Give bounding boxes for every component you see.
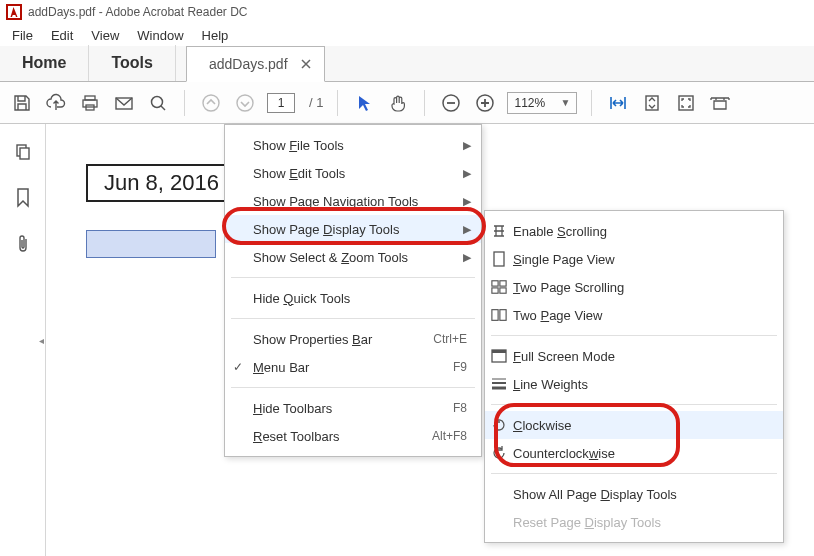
fullscreen-icon bbox=[491, 348, 507, 364]
toolbar-separator bbox=[184, 90, 185, 116]
menu-item[interactable]: Show Page Display Tools▶ bbox=[225, 215, 481, 243]
svg-rect-23 bbox=[492, 350, 506, 353]
menu-edit[interactable]: Edit bbox=[43, 26, 81, 45]
svg-rect-3 bbox=[83, 100, 97, 107]
menu-item[interactable]: ✓Menu BarF9 bbox=[225, 353, 481, 381]
submenu-item[interactable]: Two Page View bbox=[485, 301, 783, 329]
submenu-arrow-icon: ▶ bbox=[463, 251, 471, 264]
svg-rect-17 bbox=[500, 281, 506, 286]
tab-row: Home Tools addDays.pdf bbox=[0, 46, 814, 82]
page-total: / 1 bbox=[309, 95, 323, 110]
menu-file[interactable]: File bbox=[4, 26, 41, 45]
selection-tool-icon[interactable] bbox=[352, 91, 376, 115]
menu-item-label: Show Page Navigation Tools bbox=[253, 194, 467, 209]
page-number-input[interactable] bbox=[267, 93, 295, 113]
menu-item-label: Show File Tools bbox=[253, 138, 467, 153]
menu-window[interactable]: Window bbox=[129, 26, 191, 45]
fullscreen-toolbar-icon[interactable] bbox=[674, 91, 698, 115]
submenu-item-label: Two Page Scrolling bbox=[513, 280, 769, 295]
submenu-item[interactable]: Single Page View bbox=[485, 245, 783, 273]
menu-item-label: Show Select & Zoom Tools bbox=[253, 250, 467, 265]
submenu-arrow-icon: ▶ bbox=[463, 223, 471, 236]
tab-document-label: addDays.pdf bbox=[209, 56, 288, 72]
menu-item[interactable]: Show Properties BarCtrl+E bbox=[225, 325, 481, 353]
submenu-item[interactable]: Clockwise bbox=[485, 411, 783, 439]
submenu-item-label: Line Weights bbox=[513, 377, 769, 392]
menu-item[interactable]: Hide Quick Tools bbox=[225, 284, 481, 312]
search-icon[interactable] bbox=[146, 91, 170, 115]
menu-item[interactable]: Show Edit Tools▶ bbox=[225, 159, 481, 187]
document-date-field: Jun 8, 2016 bbox=[86, 164, 237, 202]
menu-item[interactable]: Show Page Navigation Tools▶ bbox=[225, 187, 481, 215]
chevron-down-icon: ▼ bbox=[561, 97, 571, 108]
zoom-select[interactable]: 112% ▼ bbox=[507, 92, 577, 114]
svg-rect-21 bbox=[500, 310, 506, 321]
submenu-item-label: Full Screen Mode bbox=[513, 349, 769, 364]
svg-rect-12 bbox=[679, 96, 693, 110]
submenu-item[interactable]: Line Weights bbox=[485, 370, 783, 398]
menu-separator bbox=[491, 473, 777, 474]
menu-help[interactable]: Help bbox=[194, 26, 237, 45]
read-mode-icon[interactable] bbox=[708, 91, 732, 115]
menu-separator bbox=[231, 318, 475, 319]
menu-item[interactable]: Show Select & Zoom Tools▶ bbox=[225, 243, 481, 271]
menu-item[interactable]: Reset ToolbarsAlt+F8 bbox=[225, 422, 481, 450]
print-icon[interactable] bbox=[78, 91, 102, 115]
menu-separator bbox=[491, 335, 777, 336]
menu-shortcut: Ctrl+E bbox=[403, 332, 467, 346]
submenu-item-label: Counterclockwise bbox=[513, 446, 769, 461]
menu-shortcut: F9 bbox=[423, 360, 467, 374]
zoom-out-icon[interactable] bbox=[439, 91, 463, 115]
submenu-arrow-icon: ▶ bbox=[463, 139, 471, 152]
thumbnails-icon[interactable] bbox=[11, 140, 35, 164]
menu-item[interactable]: Hide ToolbarsF8 bbox=[225, 394, 481, 422]
sidebar-collapse-icon[interactable]: ◂ bbox=[36, 320, 46, 360]
toolbar-context-menu: Show File Tools▶Show Edit Tools▶Show Pag… bbox=[224, 124, 482, 457]
zoom-in-icon[interactable] bbox=[473, 91, 497, 115]
menu-item-label: Reset Toolbars bbox=[253, 429, 392, 444]
tab-tools[interactable]: Tools bbox=[89, 45, 175, 81]
svg-rect-14 bbox=[20, 148, 29, 159]
menu-item-label: Show Properties Bar bbox=[253, 332, 393, 347]
tab-home[interactable]: Home bbox=[0, 45, 89, 81]
menu-item[interactable]: Show File Tools▶ bbox=[225, 131, 481, 159]
submenu-item[interactable]: Two Page Scrolling bbox=[485, 273, 783, 301]
tab-home-label: Home bbox=[22, 54, 66, 72]
bookmark-icon[interactable] bbox=[11, 186, 35, 210]
page-down-icon[interactable] bbox=[233, 91, 257, 115]
submenu-item[interactable]: Show All Page Display Tools bbox=[485, 480, 783, 508]
menu-item-label: Show Edit Tools bbox=[253, 166, 467, 181]
toolbar-separator bbox=[591, 90, 592, 116]
hand-tool-icon[interactable] bbox=[386, 91, 410, 115]
menu-item-label: Hide Quick Tools bbox=[253, 291, 467, 306]
fit-width-icon[interactable] bbox=[606, 91, 630, 115]
close-tab-icon[interactable] bbox=[298, 56, 314, 72]
rotate-cw-icon bbox=[491, 417, 507, 433]
menu-view[interactable]: View bbox=[83, 26, 127, 45]
svg-rect-20 bbox=[492, 310, 498, 321]
tab-document[interactable]: addDays.pdf bbox=[186, 46, 325, 82]
sidebar: ◂ bbox=[0, 124, 46, 556]
submenu-item[interactable]: Enable Scrolling bbox=[485, 217, 783, 245]
fit-page-icon[interactable] bbox=[640, 91, 664, 115]
menu-item-label: Menu Bar bbox=[253, 360, 413, 375]
submenu-arrow-icon: ▶ bbox=[463, 167, 471, 180]
page-up-icon[interactable] bbox=[199, 91, 223, 115]
submenu-item[interactable]: Full Screen Mode bbox=[485, 342, 783, 370]
scroll-icon bbox=[491, 223, 507, 239]
submenu-item-label: Reset Page Display Tools bbox=[513, 515, 769, 530]
window-title: addDays.pdf - Adobe Acrobat Reader DC bbox=[28, 5, 247, 19]
mail-icon[interactable] bbox=[112, 91, 136, 115]
svg-rect-15 bbox=[494, 252, 504, 266]
save-icon[interactable] bbox=[10, 91, 34, 115]
single-page-icon bbox=[491, 251, 507, 267]
titlebar: addDays.pdf - Adobe Acrobat Reader DC bbox=[0, 0, 814, 24]
svg-rect-19 bbox=[500, 288, 506, 293]
cloud-icon[interactable] bbox=[44, 91, 68, 115]
page-display-submenu: Enable ScrollingSingle Page ViewTwo Page… bbox=[484, 210, 784, 543]
document-selection-box[interactable] bbox=[86, 230, 216, 258]
submenu-item[interactable]: Counterclockwise bbox=[485, 439, 783, 467]
attachment-icon[interactable] bbox=[11, 232, 35, 256]
app-icon bbox=[6, 4, 22, 20]
submenu-item-label: Single Page View bbox=[513, 252, 769, 267]
